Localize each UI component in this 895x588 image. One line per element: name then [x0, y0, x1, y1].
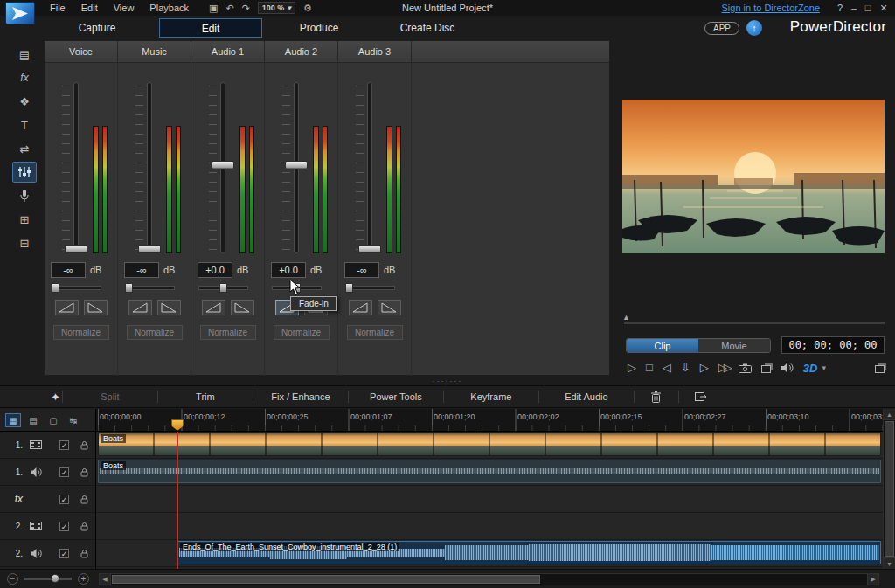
- gain-value-field[interactable]: -∞: [51, 262, 86, 278]
- scroll-up-icon[interactable]: ▲: [884, 409, 895, 420]
- power-tools-button[interactable]: Power Tools: [350, 391, 441, 402]
- fix-enhance-button[interactable]: Fix / Enhance: [255, 391, 346, 402]
- tab-create-disc[interactable]: Create Disc: [376, 18, 479, 38]
- normalize-button[interactable]: Normalize: [274, 325, 330, 340]
- undo-icon[interactable]: ↶: [225, 0, 233, 16]
- volume-fader-handle[interactable]: [358, 245, 381, 253]
- pan-handle[interactable]: [219, 283, 227, 293]
- track-enable-checkbox[interactable]: ✓: [59, 440, 69, 450]
- movie-mode-button[interactable]: Movie: [698, 339, 770, 352]
- volume-fader-handle[interactable]: [65, 245, 87, 253]
- normalize-button[interactable]: Normalize: [200, 325, 256, 340]
- timecode-display[interactable]: 00; 00; 00; 00: [781, 336, 885, 354]
- volume-fader-handle[interactable]: [285, 161, 308, 169]
- volume-fader-handle[interactable]: [138, 245, 161, 253]
- sidebar-item-voiceover-room[interactable]: [12, 185, 37, 206]
- scroll-right-icon[interactable]: ▶: [867, 574, 878, 585]
- menu-edit[interactable]: Edit: [73, 0, 106, 16]
- fade-out-button[interactable]: [231, 300, 254, 315]
- track-lock-icon[interactable]: [80, 440, 88, 450]
- track-enable-checkbox[interactable]: ✓: [59, 495, 69, 504]
- tab-produce[interactable]: Produce: [267, 18, 371, 38]
- upgrade-icon[interactable]: ↑: [746, 20, 762, 36]
- sidebar-item-media-room[interactable]: ▤: [12, 44, 37, 65]
- signin-directorzone-link[interactable]: Sign in to DirectorZone: [722, 3, 821, 13]
- zoom-slider[interactable]: [24, 578, 72, 580]
- video-track-2[interactable]: [96, 513, 883, 540]
- app-badge[interactable]: APP: [704, 22, 739, 35]
- fade-in-button[interactable]: [202, 300, 225, 315]
- help-button[interactable]: ?: [834, 0, 846, 16]
- volume-fader-track[interactable]: [367, 82, 372, 253]
- volume-fader-track[interactable]: [147, 82, 152, 253]
- sidebar-item-transition-room[interactable]: ⇄: [12, 138, 37, 159]
- close-button[interactable]: ✕: [878, 0, 890, 16]
- zoom-slider-handle[interactable]: [51, 574, 59, 583]
- track-enable-checkbox[interactable]: ✓: [59, 549, 69, 558]
- fade-in-button[interactable]: [349, 300, 372, 315]
- zoom-in-icon[interactable]: +: [78, 573, 89, 585]
- range-select-icon[interactable]: ▢: [45, 413, 61, 427]
- tab-edit[interactable]: Edit: [159, 18, 262, 38]
- menu-file[interactable]: File: [42, 0, 73, 16]
- scroll-left-icon[interactable]: ◀: [100, 574, 111, 585]
- scroll-down-icon[interactable]: ▼: [884, 557, 895, 569]
- fade-out-button[interactable]: [157, 300, 181, 315]
- gain-value-field[interactable]: +0.0: [271, 262, 306, 278]
- split-button[interactable]: Split: [65, 391, 156, 402]
- pan-handle[interactable]: [125, 283, 133, 293]
- fade-in-button[interactable]: [55, 300, 79, 315]
- vertical-scrollbar[interactable]: ▲ ▼: [883, 409, 895, 569]
- 3d-dropdown-icon[interactable]: ▾: [822, 363, 826, 372]
- fade-out-button[interactable]: [378, 300, 401, 315]
- tab-capture[interactable]: Capture: [45, 18, 149, 38]
- horizontal-scrollbar[interactable]: ◀ ▶: [99, 573, 879, 585]
- sidebar-item-effect-room[interactable]: fx: [12, 67, 37, 88]
- preview-window-icon[interactable]: [761, 365, 771, 373]
- playhead-line[interactable]: [177, 432, 178, 569]
- volume-fader-track[interactable]: [73, 82, 79, 253]
- audio-clip-boats[interactable]: Boats: [98, 460, 881, 483]
- gain-value-field[interactable]: -∞: [344, 262, 379, 278]
- sidebar-item-chapter-room[interactable]: ⊞: [12, 209, 37, 230]
- volume-icon[interactable]: [781, 363, 794, 373]
- 3d-toggle-button[interactable]: 3D: [803, 362, 818, 375]
- preview-seek-bar[interactable]: [624, 322, 885, 324]
- edit-audio-button[interactable]: Edit Audio: [541, 391, 632, 402]
- gain-value-field[interactable]: +0.0: [198, 262, 232, 278]
- fade-in-button[interactable]: [128, 300, 152, 315]
- magic-wand-icon[interactable]: ✦: [51, 391, 60, 404]
- redo-icon[interactable]: ↷: [242, 0, 250, 16]
- timeline-view-icon[interactable]: ▤: [25, 413, 41, 427]
- track-lock-icon[interactable]: [80, 467, 88, 477]
- volume-fader-handle[interactable]: [212, 161, 234, 169]
- step-button[interactable]: ⇩: [681, 360, 690, 376]
- track-lock-icon[interactable]: [80, 495, 88, 504]
- settings-gear-icon[interactable]: ⚙: [303, 0, 312, 16]
- preview-quality-select[interactable]: 100 % ▾: [258, 2, 295, 14]
- normalize-button[interactable]: Normalize: [53, 325, 109, 340]
- menu-view[interactable]: View: [106, 0, 142, 16]
- zoom-out-icon[interactable]: −: [7, 573, 18, 585]
- horizontal-scroll-thumb[interactable]: [112, 575, 540, 584]
- track-enable-checkbox[interactable]: ✓: [59, 467, 69, 477]
- fit-timeline-icon[interactable]: ↹: [66, 413, 81, 427]
- next-frame-button[interactable]: ▷: [700, 360, 709, 376]
- save-icon[interactable]: ▣: [209, 0, 218, 16]
- sidebar-item-title-room[interactable]: T: [12, 114, 37, 135]
- pan-slider[interactable]: [52, 286, 101, 290]
- snapshot-camera-icon[interactable]: [739, 363, 752, 373]
- seek-position-marker[interactable]: ▲: [622, 313, 630, 322]
- trim-button[interactable]: Trim: [160, 391, 251, 402]
- pan-slider[interactable]: [198, 286, 248, 290]
- normalize-button[interactable]: Normalize: [127, 325, 183, 340]
- audio-track-2[interactable]: Ends_Of_The_Earth_Sunset_Cowboy_instrume…: [96, 540, 883, 567]
- sidebar-item-subtitle-room[interactable]: ⊟: [12, 232, 37, 253]
- previous-frame-button[interactable]: ◁: [663, 360, 671, 376]
- stop-button[interactable]: □: [646, 360, 653, 376]
- pan-slider[interactable]: [125, 286, 175, 290]
- minimize-button[interactable]: –: [848, 0, 860, 16]
- sidebar-item-audio-mixing-room[interactable]: [12, 162, 37, 183]
- fast-forward-button[interactable]: ▷▷: [718, 360, 729, 376]
- undock-preview-icon[interactable]: [875, 365, 885, 373]
